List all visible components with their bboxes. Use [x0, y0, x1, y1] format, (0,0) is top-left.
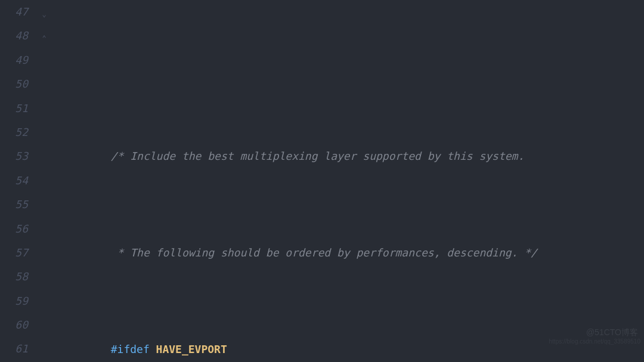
line-number: 59: [0, 289, 28, 313]
line-number: 52: [0, 120, 28, 144]
line-number: 49: [0, 48, 28, 72]
comment-text: * The following should be ordered by per…: [111, 246, 537, 259]
fold-close-icon[interactable]: ⌃: [41, 26, 48, 50]
line-number: 60: [0, 313, 28, 337]
line-number: 58: [0, 265, 28, 289]
code-editor: 47 48 49 50 51 52 53 54 55 56 57 58 59 6…: [0, 0, 644, 362]
macro-name: HAVE_EVPORT: [156, 343, 227, 355]
line-number: 51: [0, 97, 28, 120]
fold-open-icon[interactable]: ⌄: [41, 2, 48, 26]
line-number: 53: [0, 144, 28, 168]
line-number: 50: [0, 72, 28, 96]
line-number: 48: [0, 24, 28, 48]
line-number: 57: [0, 241, 28, 265]
line-number: 61: [0, 337, 28, 361]
watermark-url: https://blog.csdn.net/qq_33589510: [549, 330, 640, 354]
line-number: 54: [0, 169, 28, 193]
preproc-directive: #ifdef: [111, 343, 156, 355]
code-area[interactable]: /* Include the best multiplexing layer s…: [39, 0, 644, 362]
code-line[interactable]: /* Include the best multiplexing layer s…: [59, 120, 644, 144]
code-line[interactable]: * The following should be ordered by per…: [59, 217, 644, 241]
comment-text: /* Include the best multiplexing layer s…: [111, 150, 525, 162]
line-number: 47: [0, 0, 28, 24]
line-number: 56: [0, 217, 28, 241]
line-number: 55: [0, 193, 28, 216]
line-number-gutter: 47 48 49 50 51 52 53 54 55 56 57 58 59 6…: [0, 0, 39, 362]
